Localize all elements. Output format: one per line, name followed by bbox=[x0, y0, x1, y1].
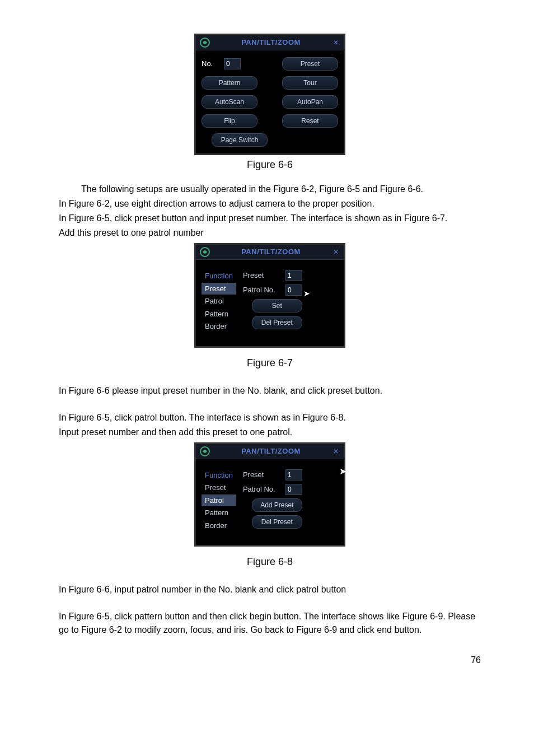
function-item-pattern[interactable]: Pattern bbox=[202, 308, 236, 320]
function-item-preset[interactable]: Preset bbox=[202, 482, 236, 494]
function-item-patrol[interactable]: Patrol bbox=[202, 295, 236, 307]
body-text: In Figure 6-5, click preset button and i… bbox=[59, 212, 481, 225]
body-text: In Figure 6-2, use eight direction arrow… bbox=[59, 197, 481, 211]
page-number: 76 bbox=[59, 654, 481, 667]
figure-caption-6-8: Figure 6-8 bbox=[59, 554, 481, 570]
ptz-panel-6-8: PAN/TILT/ZOOM ✕ ➤ Function Preset Patrol… bbox=[194, 442, 345, 547]
preset-input[interactable] bbox=[285, 469, 302, 480]
function-controls: Preset Patrol No. ➤ Set Del Preset bbox=[243, 270, 302, 333]
close-icon[interactable]: ✕ bbox=[331, 248, 340, 256]
body-text: In Figure 6-5, click patrol button. The … bbox=[59, 411, 481, 424]
body-text: The following setups are usually operate… bbox=[59, 183, 481, 196]
function-controls: Preset Patrol No. Add Preset Del Preset bbox=[243, 469, 302, 532]
no-label: No. bbox=[202, 58, 218, 69]
logo-icon bbox=[199, 446, 210, 457]
set-button[interactable]: Set bbox=[252, 299, 302, 312]
function-item-border[interactable]: Border bbox=[202, 520, 236, 532]
panel-title: PAN/TILT/ZOOM bbox=[210, 246, 331, 258]
function-header: Function bbox=[202, 270, 236, 282]
panel-body: Function Preset Patrol Pattern Border Pr… bbox=[196, 260, 344, 346]
body-text: In Figure 6-5, click pattern button and … bbox=[59, 610, 481, 637]
function-item-pattern[interactable]: Pattern bbox=[202, 507, 236, 519]
function-item-border[interactable]: Border bbox=[202, 320, 236, 333]
del-preset-button[interactable]: Del Preset bbox=[252, 515, 302, 529]
body-text: In Figure 6-6, input patrol number in th… bbox=[59, 583, 481, 596]
ptz-panel-6-6: PAN/TILT/ZOOM ✕ No. Preset Pattern Tour … bbox=[194, 34, 345, 155]
body-text: In Figure 6-6 please input preset number… bbox=[59, 384, 481, 398]
figure-caption-6-6: Figure 6-6 bbox=[59, 157, 481, 172]
panel-title: PAN/TILT/ZOOM bbox=[210, 446, 331, 457]
page-switch-button[interactable]: Page Switch bbox=[212, 133, 268, 147]
patrol-no-input[interactable] bbox=[285, 484, 302, 495]
function-list: Function Preset Patrol Pattern Border bbox=[202, 469, 236, 532]
panel-title: PAN/TILT/ZOOM bbox=[210, 37, 331, 48]
logo-icon bbox=[199, 246, 210, 258]
function-item-patrol[interactable]: Patrol bbox=[202, 494, 236, 507]
function-item-preset[interactable]: Preset bbox=[202, 283, 236, 295]
logo-icon bbox=[199, 37, 210, 48]
preset-label: Preset bbox=[243, 270, 282, 281]
panel-body: ➤ Function Preset Patrol Pattern Border … bbox=[196, 459, 344, 545]
body-text: Add this preset to one patrol number bbox=[59, 226, 481, 240]
add-preset-button[interactable]: Add Preset bbox=[252, 498, 302, 512]
figure-caption-6-7: Figure 6-7 bbox=[59, 356, 481, 371]
no-input[interactable] bbox=[224, 58, 241, 69]
autopan-button[interactable]: AutoPan bbox=[282, 95, 338, 109]
ptz-panel-6-7: PAN/TILT/ZOOM ✕ Function Preset Patrol P… bbox=[194, 243, 345, 348]
panel-header: PAN/TILT/ZOOM ✕ bbox=[196, 444, 344, 459]
function-list: Function Preset Patrol Pattern Border bbox=[202, 270, 236, 333]
reset-button[interactable]: Reset bbox=[282, 114, 338, 128]
patrol-no-label: Patrol No. bbox=[243, 484, 282, 495]
preset-label: Preset bbox=[243, 469, 282, 480]
del-preset-button[interactable]: Del Preset bbox=[252, 316, 302, 329]
patrol-no-input[interactable] bbox=[285, 284, 302, 296]
body-text: Input preset number and then add this pr… bbox=[59, 426, 481, 439]
patrol-no-label: Patrol No. bbox=[243, 284, 282, 296]
panel-header: PAN/TILT/ZOOM ✕ bbox=[196, 35, 344, 50]
pattern-button[interactable]: Pattern bbox=[202, 76, 257, 90]
preset-button[interactable]: Preset bbox=[282, 57, 338, 71]
function-header: Function bbox=[202, 469, 236, 482]
flip-button[interactable]: Flip bbox=[202, 114, 257, 128]
panel-header: PAN/TILT/ZOOM ✕ bbox=[196, 245, 344, 260]
panel-body: No. Preset Pattern Tour AutoScan AutoPan… bbox=[196, 50, 344, 153]
close-icon[interactable]: ✕ bbox=[331, 447, 340, 456]
preset-input[interactable] bbox=[285, 270, 302, 281]
close-icon[interactable]: ✕ bbox=[331, 38, 340, 47]
tour-button[interactable]: Tour bbox=[282, 76, 338, 90]
autoscan-button[interactable]: AutoScan bbox=[202, 95, 257, 109]
